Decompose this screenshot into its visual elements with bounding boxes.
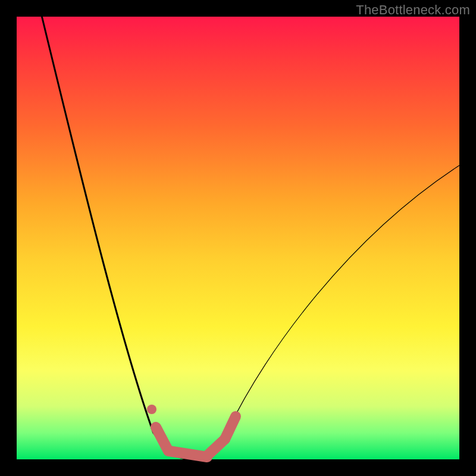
chart-frame: TheBottleneck.com	[0, 0, 476, 476]
curve-right-thin	[228, 165, 459, 430]
marker-capsule-2	[169, 451, 207, 457]
plot-area	[17, 17, 459, 459]
watermark-text: TheBottleneck.com	[356, 2, 470, 18]
marker-capsule-4	[225, 416, 236, 439]
marker-dot	[147, 405, 156, 414]
curve-left-thick	[40, 11, 154, 433]
curve-svg	[17, 17, 459, 459]
